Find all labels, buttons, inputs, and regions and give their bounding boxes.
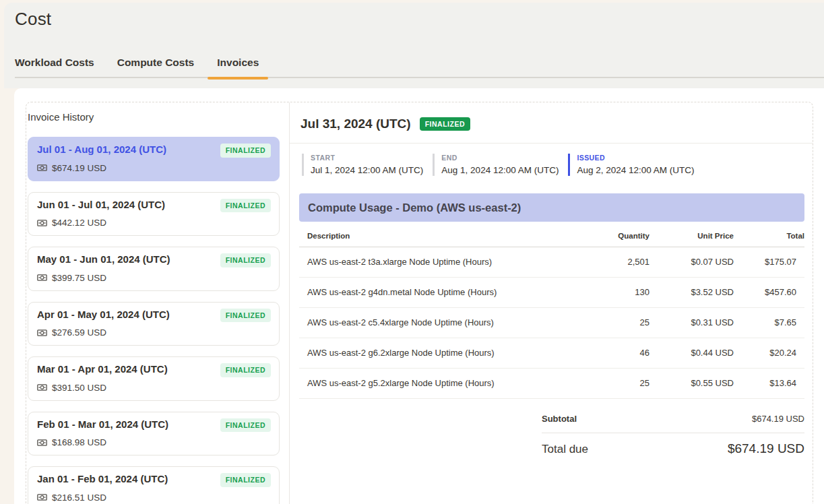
invoice-amount-row: $674.19 USD bbox=[37, 162, 271, 174]
usage-column-header: Unit Price bbox=[649, 222, 734, 247]
invoice-amount-row: $276.59 USD bbox=[37, 327, 271, 338]
invoice-history-title: Invoice History bbox=[28, 111, 280, 123]
usage-quantity: 46 bbox=[555, 338, 649, 369]
invoice-detail-pane: Jul 31, 2024 (UTC) FINALIZED START Jul 1… bbox=[290, 102, 813, 504]
invoice-detail-header: Jul 31, 2024 (UTC) FINALIZED bbox=[290, 102, 813, 144]
invoice-totals: Subtotal $674.19 USD Total due $674.19 U… bbox=[542, 414, 804, 456]
usage-table-row: AWS us-east-2 g4dn.metal Node Uptime (Ho… bbox=[299, 278, 804, 308]
invoice-date-range: Jan 01 - Feb 01, 2024 (UTC) bbox=[37, 473, 168, 485]
total-due-value: $674.19 USD bbox=[728, 441, 804, 456]
invoice-card[interactable]: May 01 - Jun 01, 2024 (UTC) FINALIZED $3… bbox=[28, 247, 280, 291]
cash-icon bbox=[37, 439, 47, 447]
tab[interactable]: Compute Costs bbox=[117, 56, 195, 69]
invoice-card-top: Apr 01 - May 01, 2024 (UTC) FINALIZED bbox=[37, 309, 271, 323]
usage-description: AWS us-east-2 c5.4xlarge Node Uptime (Ho… bbox=[299, 308, 555, 338]
invoice-detail-title: Jul 31, 2024 (UTC) bbox=[300, 117, 411, 131]
usage-section-header: Compute Usage - Demo (AWS us-east-2) bbox=[299, 193, 804, 222]
invoice-card-top: Feb 01 - Mar 01, 2024 (UTC) FINALIZED bbox=[37, 418, 271, 433]
usage-unit-price: $0.07 USD bbox=[649, 247, 734, 278]
invoice-amount: $276.59 USD bbox=[52, 327, 106, 338]
usage-table-row: AWS us-east-2 c5.4xlarge Node Uptime (Ho… bbox=[299, 308, 804, 338]
invoice-meta-item: ISSUED Aug 2, 2024 12:00 AM (UTC) bbox=[568, 154, 695, 176]
total-due-label: Total due bbox=[542, 443, 588, 456]
meta-value: Aug 2, 2024 12:00 AM (UTC) bbox=[577, 164, 694, 176]
finalized-status-badge: FINALIZED bbox=[220, 363, 271, 377]
page-header: Cost Workload Costs Compute Costs Invoic… bbox=[4, 3, 824, 88]
tab-label: Invoices bbox=[217, 57, 259, 68]
invoice-date-range: Mar 01 - Apr 01, 2024 (UTC) bbox=[37, 363, 168, 375]
usage-table: Description Quantity Unit Price Total A bbox=[299, 222, 804, 399]
finalized-status-badge: FINALIZED bbox=[220, 199, 271, 213]
tab-label: Compute Costs bbox=[117, 57, 195, 68]
invoice-meta-item: START Jul 1, 2024 12:00 AM (UTC) bbox=[302, 154, 424, 176]
invoice-amount: $399.75 USD bbox=[52, 272, 106, 284]
invoice-card[interactable]: Jan 01 - Feb 01, 2024 (UTC) FINALIZED $2… bbox=[28, 466, 280, 504]
subtotal-label: Subtotal bbox=[542, 414, 577, 424]
invoice-amount: $391.50 USD bbox=[52, 382, 106, 393]
invoice-date-range: Feb 01 - Mar 01, 2024 (UTC) bbox=[37, 418, 168, 431]
invoice-date-range: Jun 01 - Jul 01, 2024 (UTC) bbox=[37, 199, 165, 211]
cash-icon bbox=[37, 219, 47, 227]
invoice-card[interactable]: Jun 01 - Jul 01, 2024 (UTC) FINALIZED $4… bbox=[28, 192, 280, 237]
finalized-status-badge: FINALIZED bbox=[220, 473, 271, 487]
tab-label: Workload Costs bbox=[15, 57, 94, 68]
invoice-card-top: Mar 01 - Apr 01, 2024 (UTC) FINALIZED bbox=[37, 363, 271, 377]
cash-icon bbox=[37, 164, 47, 172]
finalized-status-badge: FINALIZED bbox=[420, 117, 470, 131]
invoice-meta-row: START Jul 1, 2024 12:00 AM (UTC) END Aug… bbox=[290, 144, 813, 176]
usage-quantity: 25 bbox=[555, 369, 649, 399]
invoice-amount-row: $399.75 USD bbox=[37, 272, 271, 284]
usage-total: $457.60 bbox=[734, 278, 804, 308]
usage-total: $20.24 bbox=[734, 338, 804, 369]
tab[interactable]: Workload Costs bbox=[15, 56, 94, 69]
invoice-card[interactable]: Jul 01 - Aug 01, 2024 (UTC) FINALIZED $6… bbox=[28, 137, 280, 181]
usage-column-header: Description bbox=[299, 222, 555, 247]
invoice-history-pane: Invoice History Jul 01 - Aug 01, 2024 (U… bbox=[26, 102, 290, 504]
usage-description: AWS us-east-2 t3a.xlarge Node Uptime (Ho… bbox=[299, 247, 555, 278]
usage-table-header-row: Description Quantity Unit Price Total bbox=[299, 222, 804, 247]
cash-icon bbox=[37, 274, 47, 282]
invoice-amount: $442.12 USD bbox=[52, 217, 106, 228]
usage-description: AWS us-east-2 g4dn.metal Node Uptime (Ho… bbox=[299, 278, 555, 308]
invoice-amount: $168.98 USD bbox=[52, 437, 106, 448]
usage-table-row: AWS us-east-2 t3a.xlarge Node Uptime (Ho… bbox=[299, 247, 804, 278]
finalized-status-badge: FINALIZED bbox=[220, 309, 271, 323]
invoice-date-range: Jul 01 - Aug 01, 2024 (UTC) bbox=[37, 144, 166, 156]
usage-quantity: 25 bbox=[555, 308, 649, 338]
usage-quantity: 130 bbox=[555, 278, 649, 308]
meta-label: END bbox=[441, 154, 559, 162]
tab-bar: Workload Costs Compute Costs Invoices bbox=[15, 56, 824, 78]
usage-total: $7.65 bbox=[734, 308, 804, 338]
usage-description: AWS us-east-2 g6.2xlarge Node Uptime (Ho… bbox=[299, 338, 555, 369]
invoice-amount-row: $442.12 USD bbox=[37, 217, 271, 228]
invoice-card[interactable]: Apr 01 - May 01, 2024 (UTC) FINALIZED $2… bbox=[28, 302, 280, 346]
invoice-card[interactable]: Feb 01 - Mar 01, 2024 (UTC) FINALIZED $1… bbox=[28, 412, 280, 456]
meta-label: START bbox=[311, 154, 423, 162]
finalized-status-badge: FINALIZED bbox=[220, 418, 271, 433]
usage-unit-price: $0.55 USD bbox=[649, 369, 734, 399]
usage-table-row: AWS us-east-2 g5.2xlarge Node Uptime (Ho… bbox=[299, 369, 804, 399]
finalized-status-badge: FINALIZED bbox=[220, 253, 271, 267]
main-panel: Invoice History Jul 01 - Aug 01, 2024 (U… bbox=[14, 88, 824, 504]
invoice-date-range: Apr 01 - May 01, 2024 (UTC) bbox=[37, 309, 170, 321]
usage-description: AWS us-east-2 g5.2xlarge Node Uptime (Ho… bbox=[299, 369, 555, 399]
invoices-content-frame: Invoice History Jul 01 - Aug 01, 2024 (U… bbox=[26, 102, 813, 504]
invoice-amount-row: $168.98 USD bbox=[37, 437, 271, 448]
meta-value: Aug 1, 2024 12:00 AM (UTC) bbox=[441, 164, 559, 176]
usage-total: $175.07 bbox=[734, 247, 804, 278]
usage-column-header: Quantity bbox=[555, 222, 649, 247]
invoice-card[interactable]: Mar 01 - Apr 01, 2024 (UTC) FINALIZED $3… bbox=[28, 356, 280, 401]
invoice-card-top: Jan 01 - Feb 01, 2024 (UTC) FINALIZED bbox=[37, 473, 271, 487]
usage-table-row: AWS us-east-2 g6.2xlarge Node Uptime (Ho… bbox=[299, 338, 804, 369]
cash-icon bbox=[37, 493, 47, 501]
usage-quantity: 2,501 bbox=[555, 247, 649, 278]
invoice-card-top: Jul 01 - Aug 01, 2024 (UTC) FINALIZED bbox=[37, 144, 271, 158]
invoice-date-range: May 01 - Jun 01, 2024 (UTC) bbox=[37, 253, 170, 265]
usage-column-header: Total bbox=[734, 222, 804, 247]
invoice-card-top: May 01 - Jun 01, 2024 (UTC) FINALIZED bbox=[37, 253, 271, 267]
tab[interactable]: Invoices bbox=[217, 56, 259, 69]
cash-icon bbox=[37, 329, 47, 337]
invoice-meta-item: END Aug 1, 2024 12:00 AM (UTC) bbox=[433, 154, 560, 176]
cash-icon bbox=[37, 383, 47, 391]
invoice-amount-row: $216.51 USD bbox=[37, 492, 271, 503]
